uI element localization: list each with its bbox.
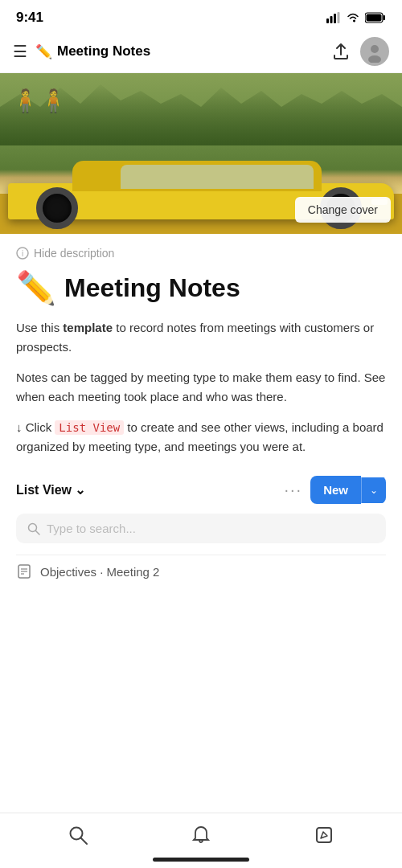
svg-point-8 — [371, 45, 379, 53]
chevron-down-icon: ⌄ — [75, 482, 85, 497]
new-button-chevron[interactable]: ⌄ — [361, 477, 386, 503]
new-button[interactable]: New — [310, 476, 361, 504]
hero-people: 🧍🧍 — [11, 88, 68, 114]
hero-image: 🧍🧍 Change cover — [0, 73, 402, 234]
list-view-badge[interactable]: List View — [55, 420, 124, 435]
share-icon[interactable] — [331, 42, 351, 61]
svg-text:i: i — [22, 249, 23, 258]
list-item-text: Objectives · Meeting 2 — [40, 565, 159, 579]
click-pre: ↓ Click — [16, 420, 55, 434]
avatar[interactable] — [360, 37, 389, 66]
search-placeholder: Type to search... — [47, 522, 136, 535]
nav-title: ✏️ Meeting Notes — [35, 43, 150, 60]
desc1-bold: template — [63, 321, 113, 334]
hide-description-label: Hide description — [34, 247, 114, 260]
svg-line-19 — [81, 838, 87, 844]
content-area: i Hide description ✏️ Meeting Notes Use … — [0, 234, 402, 600]
bell-icon — [191, 825, 211, 845]
svg-rect-1 — [330, 16, 333, 23]
svg-rect-2 — [334, 14, 336, 23]
signal-icon — [326, 12, 341, 23]
bottom-nav-bell[interactable] — [191, 825, 211, 845]
nav-emoji: ✏️ — [35, 43, 52, 60]
list-view-label: List View — [16, 483, 72, 497]
hide-description[interactable]: i Hide description — [16, 247, 386, 260]
document-icon — [16, 563, 32, 579]
toolbar: List View ⌄ ··· New ⌄ — [16, 476, 386, 504]
car-windshield — [121, 165, 314, 189]
top-nav: ☰ ✏️ Meeting Notes — [0, 31, 402, 73]
status-time: 9:41 — [16, 10, 43, 26]
search-bar[interactable]: Type to search... — [16, 514, 386, 543]
battery-icon — [365, 12, 386, 23]
svg-rect-0 — [326, 18, 329, 23]
page-title-section: ✏️ Meeting Notes — [16, 269, 386, 307]
toolbar-right: ··· New ⌄ — [284, 476, 386, 504]
status-icons — [326, 12, 386, 23]
nav-left: ☰ ✏️ Meeting Notes — [13, 42, 150, 61]
page-title-emoji: ✏️ — [16, 269, 56, 307]
svg-rect-5 — [384, 15, 386, 20]
svg-rect-6 — [367, 14, 382, 22]
svg-line-13 — [36, 530, 40, 534]
nav-right — [331, 37, 389, 66]
nav-title-text: Meeting Notes — [57, 43, 150, 59]
info-icon: i — [16, 247, 29, 260]
new-button-group: New ⌄ — [310, 476, 386, 504]
desc1-part1: Use this — [16, 321, 63, 334]
edit-icon — [314, 825, 334, 845]
search-icon — [68, 825, 88, 845]
search-icon — [27, 522, 40, 535]
description-2: Notes can be tagged by meeting type to m… — [16, 368, 386, 407]
svg-rect-20 — [317, 828, 331, 842]
car-wheel-left — [36, 187, 78, 229]
svg-point-18 — [70, 828, 82, 840]
click-instruction: ↓ Click List View to create and see othe… — [16, 418, 386, 457]
menu-icon[interactable]: ☰ — [13, 42, 27, 61]
list-view-toggle[interactable]: List View ⌄ — [16, 482, 85, 497]
ellipsis-icon[interactable]: ··· — [284, 481, 302, 499]
status-bar: 9:41 — [0, 0, 402, 31]
bottom-nav-search[interactable] — [68, 825, 88, 845]
svg-rect-3 — [338, 12, 340, 23]
bottom-nav-edit[interactable] — [314, 825, 334, 845]
change-cover-button[interactable]: Change cover — [295, 197, 391, 223]
home-indicator — [153, 858, 249, 862]
wifi-icon — [346, 12, 360, 23]
list-item[interactable]: Objectives · Meeting 2 — [16, 555, 386, 588]
description-1: Use this template to record notes from m… — [16, 318, 386, 357]
page-title: Meeting Notes — [64, 273, 240, 303]
